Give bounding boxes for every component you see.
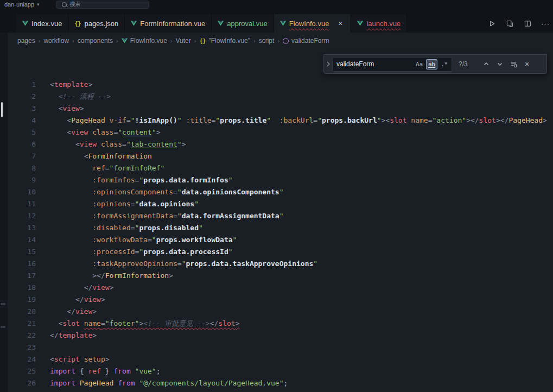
code-line[interactable]: 20 </view> xyxy=(8,306,553,318)
code-line[interactable]: 22</template> xyxy=(8,330,553,342)
line-number[interactable]: 5 xyxy=(8,127,36,138)
tab-index-vue[interactable]: Index.vue xyxy=(16,14,68,33)
code-line[interactable]: 26import PageHead from "@/components/lay… xyxy=(8,377,553,389)
line-number[interactable]: 17 xyxy=(8,270,36,282)
breadcrumb-item-components[interactable]: components xyxy=(78,37,113,45)
line-number[interactable]: 13 xyxy=(8,222,36,234)
code-text: ></FormInformation> xyxy=(50,270,173,282)
line-number[interactable]: 21 xyxy=(8,318,36,330)
line-number[interactable]: 25 xyxy=(8,365,36,377)
vue-icon xyxy=(131,21,137,26)
project-menu[interactable]: dan-uniapp ▾ xyxy=(0,1,40,8)
line-number[interactable]: 8 xyxy=(8,162,36,174)
code-text: :formAssignmentData="data.formAssignment… xyxy=(50,210,284,222)
more-actions-button[interactable]: ··· xyxy=(540,18,551,29)
breadcrumb-item-script[interactable]: script xyxy=(259,37,275,45)
split-editor-button[interactable] xyxy=(522,18,533,29)
sidebar-scrollbar[interactable] xyxy=(1,102,3,117)
code-line[interactable]: 17 ></FormInformation> xyxy=(8,270,553,282)
line-number[interactable]: 2 xyxy=(8,91,36,103)
line-number[interactable]: 4 xyxy=(8,115,36,127)
line-number[interactable]: 22 xyxy=(8,330,36,342)
find-next-button[interactable] xyxy=(494,59,505,69)
global-search[interactable]: 搜索 xyxy=(56,1,149,9)
breadcrumb-item-vuter[interactable]: Vuter xyxy=(176,37,191,45)
code-line[interactable]: 15 :processId="props.data.processId" xyxy=(8,246,553,258)
breadcrumb-label: FlowInfo.vue xyxy=(130,37,167,45)
line-number[interactable]: 23 xyxy=(8,342,36,353)
code-editor[interactable]: 1<template>2 <!-- 流程 -->3 <view>4 <PageH… xyxy=(8,79,553,392)
line-number[interactable]: 11 xyxy=(8,198,36,210)
find-match-count: ?/3 xyxy=(459,60,478,68)
code-text: </view> xyxy=(50,282,113,294)
line-number[interactable]: 6 xyxy=(8,138,36,150)
code-line[interactable]: 25import { ref } from "vue"; xyxy=(8,365,553,377)
breadcrumb-item-pages[interactable]: pages xyxy=(17,37,35,45)
tab-label: approval.vue xyxy=(227,20,267,28)
line-number[interactable]: 16 xyxy=(8,258,36,270)
toggle-replace-button[interactable] xyxy=(324,55,332,73)
close-find-button[interactable]: × xyxy=(522,59,532,69)
title-bar: dan-uniapp ▾ 搜索 xyxy=(0,0,553,9)
line-number[interactable]: 9 xyxy=(8,174,36,186)
code-line[interactable]: 5 <view class="content"> xyxy=(8,127,553,138)
search-label: 搜索 xyxy=(70,1,81,8)
breadcrumb-item-flowinfo-vue[interactable]: FlowInfo.vue xyxy=(122,37,167,45)
line-number[interactable]: 19 xyxy=(8,294,36,306)
line-number[interactable]: 24 xyxy=(8,353,36,365)
code-line[interactable]: 19 </view> xyxy=(8,294,553,306)
line-number[interactable]: 10 xyxy=(8,186,36,198)
open-changes-button[interactable] xyxy=(504,18,515,29)
line-number[interactable]: 14 xyxy=(8,234,36,246)
code-line[interactable]: 2 <!-- 流程 --> xyxy=(8,91,553,103)
code-line[interactable]: 21 <slot name="footer"><!-- 审批意见 --></sl… xyxy=(8,318,553,330)
line-number[interactable]: 18 xyxy=(8,282,36,294)
tab-pages-json[interactable]: {}pages.json xyxy=(68,14,125,33)
code-line[interactable]: 23 xyxy=(8,342,553,353)
match-case-button[interactable]: Aa xyxy=(414,59,425,69)
code-line[interactable]: 10 :opinionsComponents="data.opinionsCom… xyxy=(8,186,553,198)
code-line[interactable]: 13 :disabled="props.disabled" xyxy=(8,222,553,234)
code-line[interactable]: 12 :formAssignmentData="data.formAssignm… xyxy=(8,210,553,222)
code-line[interactable]: 24<script setup> xyxy=(8,353,553,365)
code-line[interactable]: 1<template> xyxy=(8,79,553,91)
activity-bar-edge xyxy=(0,33,8,392)
code-line[interactable]: 4 <PageHead v-if="!isInApp()" :title="pr… xyxy=(8,115,553,127)
tab-launch-vue[interactable]: launch.vue xyxy=(351,14,407,33)
regex-button[interactable]: .* xyxy=(438,59,450,69)
find-query[interactable]: validateForm xyxy=(336,60,414,68)
whole-word-button[interactable]: ab xyxy=(426,59,437,69)
code-line[interactable]: 9 :formInfos="props.data.formInfos" xyxy=(8,174,553,186)
run-button[interactable] xyxy=(486,18,497,29)
line-number[interactable]: 26 xyxy=(8,377,36,389)
code-line[interactable]: 3 <view> xyxy=(8,103,553,115)
breadcrumb-item-workflow[interactable]: workflow xyxy=(43,37,69,45)
code-line[interactable]: 14 :workflowData="props.workflowData" xyxy=(8,234,553,246)
code-line[interactable]: 6 <view class="tab-content"> xyxy=(8,138,553,150)
line-number[interactable]: 7 xyxy=(8,150,36,162)
tab-approval-vue[interactable]: approval.vue xyxy=(212,14,274,33)
chevron-up-icon xyxy=(484,61,489,67)
line-number[interactable]: 3 xyxy=(8,103,36,115)
line-number[interactable]: 1 xyxy=(8,79,36,91)
code-line[interactable]: 16 :taskApproveOpinions="props.data.task… xyxy=(8,258,553,270)
find-in-selection-button[interactable] xyxy=(508,59,519,69)
breadcrumb-item-validateform[interactable]: validateForm xyxy=(283,37,329,45)
code-line[interactable]: 8 ref="formInfoRef" xyxy=(8,162,553,174)
tab-forminformation-vue[interactable]: FormInformation.vue xyxy=(125,14,212,33)
search-icon xyxy=(62,2,67,7)
tab-flowinfo-vue[interactable]: FlowInfo.vue× xyxy=(274,14,352,33)
code-text: </view> xyxy=(50,306,97,318)
line-number[interactable]: 15 xyxy=(8,246,36,258)
line-number[interactable]: 12 xyxy=(8,210,36,222)
code-line[interactable]: 7 <FormInformation xyxy=(8,150,553,162)
find-previous-button[interactable] xyxy=(481,59,492,69)
code-line[interactable]: 11 :opinions="data.opinions" xyxy=(8,198,553,210)
find-input[interactable]: validateForm Aa ab .* xyxy=(332,57,452,72)
line-number[interactable]: 20 xyxy=(8,306,36,318)
breadcrumb-item-flowinfo-vue[interactable]: {}"FlowInfo.vue" xyxy=(199,37,250,45)
breadcrumb-label: pages xyxy=(17,37,35,45)
code-text: :taskApproveOpinions="props.data.taskApp… xyxy=(50,258,317,270)
close-tab-icon[interactable]: × xyxy=(336,19,345,28)
code-line[interactable]: 18 </view> xyxy=(8,282,553,294)
